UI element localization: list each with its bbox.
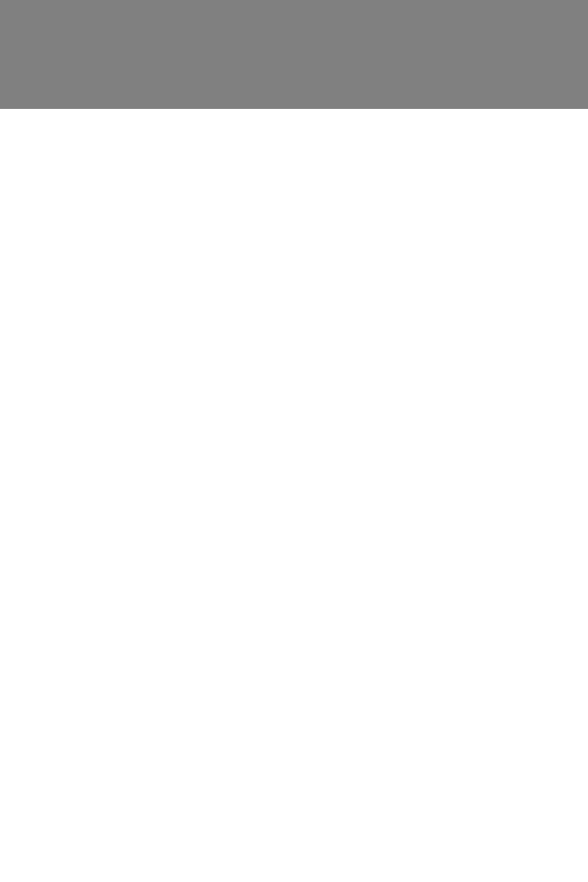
top-gray-banner — [0, 0, 588, 109]
